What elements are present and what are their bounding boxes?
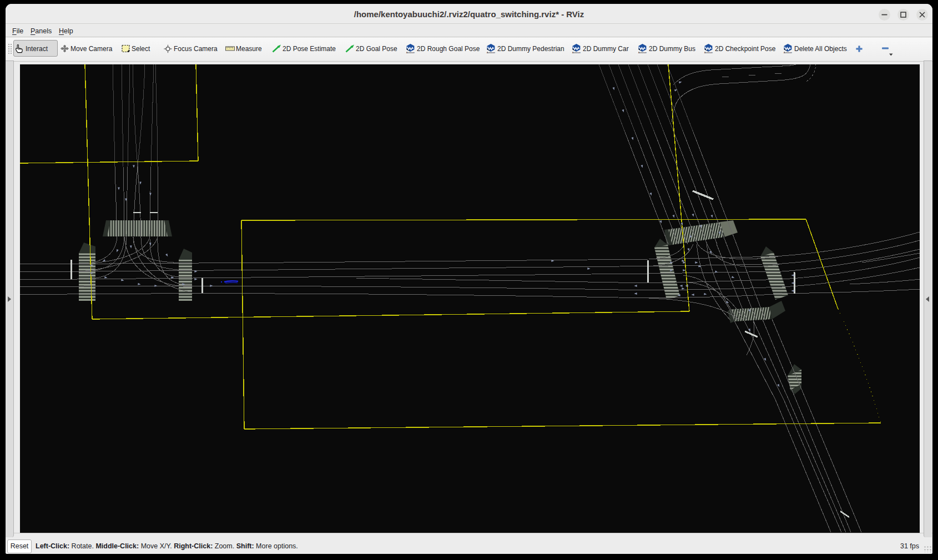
svg-text:Autoware: Autoware xyxy=(704,52,713,54)
svg-text:Autoware: Autoware xyxy=(638,52,647,54)
svg-text:Autoware: Autoware xyxy=(784,52,792,54)
svg-text:Autoware: Autoware xyxy=(487,52,495,54)
svg-text:Autoware: Autoware xyxy=(406,52,415,54)
svg-text:Autoware: Autoware xyxy=(572,52,581,54)
